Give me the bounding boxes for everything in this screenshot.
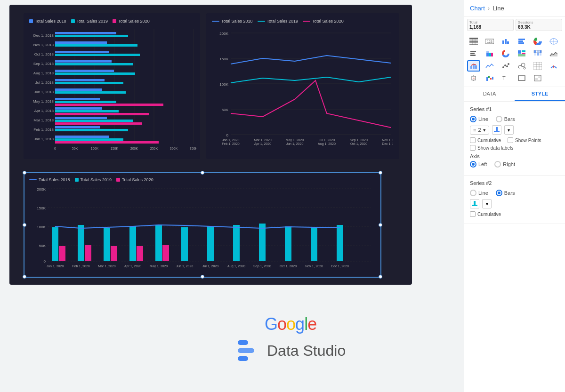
chart-type-stacked-bar[interactable] xyxy=(483,48,496,59)
chart-type-geo[interactable] xyxy=(547,36,560,47)
svg-text:Jul 1, 2018: Jul 1, 2018 xyxy=(35,80,54,85)
series-2-color-chevron[interactable]: ▾ xyxy=(482,199,492,208)
svg-text:Sep 1, 2020: Sep 1, 2020 xyxy=(253,264,271,268)
series-1-left-circle xyxy=(470,161,476,168)
series-2-bars-radio[interactable]: Bars xyxy=(496,190,515,196)
resize-handle-tl[interactable] xyxy=(23,171,26,175)
svg-rect-182 xyxy=(486,77,488,81)
resize-handle-bm[interactable] xyxy=(201,275,204,279)
cumulative-2-label: Cumulative xyxy=(477,212,501,217)
chart-type-hbar[interactable] xyxy=(467,48,480,59)
chart-type-donut[interactable] xyxy=(499,48,512,59)
series-2-controls: ▾ xyxy=(470,199,559,208)
chart-type-bubble[interactable] xyxy=(515,60,528,72)
cumulative-1-checkbox[interactable]: Cumulative xyxy=(470,137,501,143)
chart-type-image[interactable] xyxy=(531,72,544,84)
show-data-labels-checkbox[interactable]: Show data labels xyxy=(470,145,513,151)
stat-total: Total 1,168 xyxy=(467,19,514,31)
series-1-bars-radio[interactable]: Bars xyxy=(496,116,515,122)
chart-type-table[interactable] xyxy=(467,36,480,47)
svg-point-167 xyxy=(506,65,508,67)
series-1-left-radio[interactable]: Left xyxy=(470,161,487,168)
svg-text:Jan 1, 2018: Jan 1, 2018 xyxy=(34,137,54,141)
svg-rect-118 xyxy=(238,348,254,353)
tab-style[interactable]: STYLE xyxy=(515,87,565,101)
chart-type-rectangle[interactable] xyxy=(515,72,528,84)
svg-rect-164 xyxy=(475,65,477,69)
chart-type-treemap[interactable] xyxy=(515,48,528,59)
chart-type-pie[interactable] xyxy=(531,36,544,47)
series-1-line-radio[interactable]: Line xyxy=(470,116,488,122)
svg-rect-147 xyxy=(486,51,489,55)
series-2-line-radio[interactable]: Line xyxy=(470,190,488,196)
chart-bar-horizontal[interactable]: Total Sales 2018 Total Sales 2019 Total … xyxy=(24,13,200,159)
chart-type-text[interactable]: T xyxy=(499,72,512,84)
resize-handle-br[interactable] xyxy=(379,275,382,279)
chart-type-timeseries[interactable] xyxy=(499,36,512,47)
svg-rect-49 xyxy=(55,120,133,122)
stat-sessions-value: 69.3K xyxy=(518,24,560,30)
svg-text:Jan 1, 2020: Jan 1, 2020 xyxy=(222,138,240,142)
chart-type-scatter[interactable] xyxy=(499,60,512,72)
chart-type-area[interactable] xyxy=(547,48,560,59)
svg-rect-34 xyxy=(55,60,112,63)
svg-rect-124 xyxy=(469,44,478,45)
svg-text:Apr 1, 2020: Apr 1, 2020 xyxy=(124,264,141,268)
svg-text:Mar 1, 2018: Mar 1, 2018 xyxy=(33,118,54,122)
series-1-color-chevron[interactable]: ▾ xyxy=(504,125,514,135)
svg-text:300K: 300K xyxy=(170,147,178,150)
svg-text:200K: 200K xyxy=(130,147,138,150)
chart-type-gauge[interactable] xyxy=(547,60,560,72)
chart-type-box[interactable] xyxy=(467,72,480,84)
data-studio-row: Data Studio xyxy=(235,338,346,364)
google-letter-g: G xyxy=(265,314,277,334)
tab-data[interactable]: DATA xyxy=(464,87,515,101)
series-2-color-btn[interactable] xyxy=(470,199,479,208)
svg-rect-159 xyxy=(537,53,539,56)
series-1-thickness-select[interactable]: ≡ 2 ▾ xyxy=(470,126,489,135)
cumulative-2-checkbox[interactable]: Cumulative xyxy=(470,211,501,217)
series-1-bars-label: Bars xyxy=(504,116,515,122)
series-2-line-label: Line xyxy=(478,190,488,196)
legend-line-2019: Total Sales 2019 xyxy=(267,19,299,24)
svg-rect-130 xyxy=(505,39,507,44)
chart-type-combo[interactable] xyxy=(467,60,480,72)
svg-text:100K: 100K xyxy=(219,82,228,87)
svg-point-166 xyxy=(504,64,506,66)
chart-type-heatmap[interactable] xyxy=(531,48,544,59)
svg-rect-91 xyxy=(85,245,91,261)
chart-type-scorecard[interactable]: 123 xyxy=(483,36,496,47)
series-1-axis-label: Axis xyxy=(470,153,559,159)
series-1-section: Series #1 Line Bars ≡ 2 ▾ ▾ xyxy=(464,102,565,176)
svg-rect-103 xyxy=(311,227,317,261)
resize-handle-tr[interactable] xyxy=(379,171,382,175)
chart-type-waterfall[interactable] xyxy=(483,72,496,84)
svg-text:100K: 100K xyxy=(91,147,99,150)
svg-text:Mar 1, 2020: Mar 1, 2020 xyxy=(98,264,115,268)
stat-total-label: Total xyxy=(469,20,511,24)
svg-rect-48 xyxy=(55,117,107,119)
chart-combo-bottom[interactable]: Total Sales 2018 Total Sales 2019 Total … xyxy=(24,172,381,278)
show-points-checkbox[interactable]: Show Points xyxy=(508,137,541,143)
svg-text:Jun 1, 2018: Jun 1, 2018 xyxy=(34,90,54,94)
svg-rect-44 xyxy=(55,104,163,106)
svg-text:Oct 1, 2020: Oct 1, 2020 xyxy=(350,142,367,145)
svg-text:T: T xyxy=(502,75,506,81)
series-1-color-btn[interactable] xyxy=(492,125,501,135)
resize-handle-mr[interactable] xyxy=(379,223,382,227)
show-points-box xyxy=(508,137,513,143)
series-2-bars-label: Bars xyxy=(504,190,515,196)
chart-line-top[interactable]: Total Sales 2018 Total Sales 2019 Total … xyxy=(206,13,399,159)
series-1-right-radio[interactable]: Right xyxy=(494,161,515,168)
resize-handle-bl[interactable] xyxy=(23,275,26,279)
svg-text:50K: 50K xyxy=(72,147,78,150)
resize-handle-ml[interactable] xyxy=(23,223,26,227)
breadcrumb-chart[interactable]: Chart xyxy=(470,5,485,12)
legend-combo-2018: Total Sales 2018 xyxy=(39,177,70,182)
series-2-section: Series #2 Line Bars ▾ Cumulative xyxy=(464,176,565,224)
chart-type-line[interactable] xyxy=(483,60,496,72)
chart-type-bar[interactable] xyxy=(515,36,528,47)
chart-type-pivot-table[interactable] xyxy=(531,60,544,72)
series-1-right-label: Right xyxy=(503,161,515,167)
resize-handle-tm[interactable] xyxy=(201,171,204,175)
